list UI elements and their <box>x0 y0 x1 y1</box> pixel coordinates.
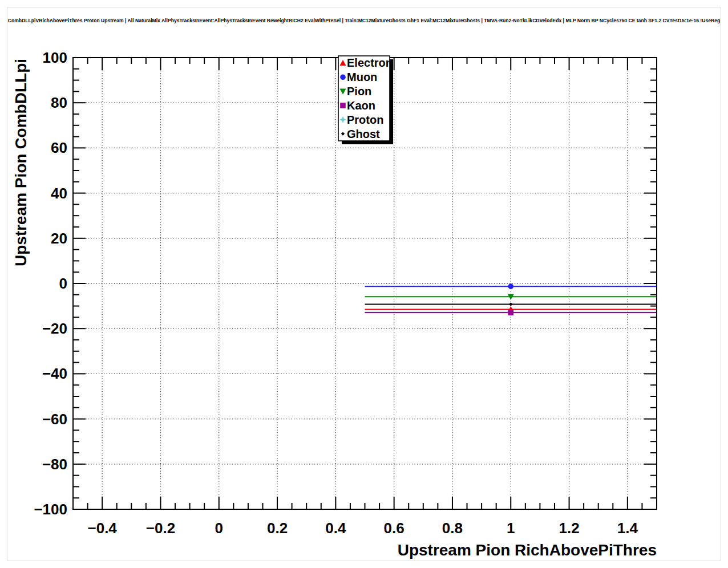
root-canvas: CombDLLpiVRichAbovePiThres Proton Upstre… <box>0 0 728 568</box>
y-tick-label: 100 <box>43 49 67 66</box>
chart-plot: −0.4−0.200.20.40.60.811.21.4100806040200… <box>0 0 728 568</box>
x-tick-label: 0.6 <box>384 520 405 537</box>
x-tick-label: −0.2 <box>146 520 175 537</box>
legend-label-electron: Electron <box>347 56 393 69</box>
legend-marker-kaon <box>340 103 346 108</box>
x-tick-label: 0 <box>215 520 223 537</box>
x-tick-label: 1.2 <box>559 520 579 537</box>
x-tick-label: 0.8 <box>442 520 463 537</box>
y-tick-label: 60 <box>51 139 67 156</box>
legend-marker-muon <box>340 74 346 80</box>
legend-label-muon: Muon <box>347 71 377 83</box>
series-marker-muon <box>508 283 513 289</box>
y-tick-label: 20 <box>51 230 67 247</box>
x-tick-label: 0.4 <box>325 520 346 537</box>
x-tick-label: 1 <box>507 520 515 537</box>
y-axis-title: Upstream Pion CombDLLpi <box>12 59 30 266</box>
series-marker-kaon <box>508 310 513 315</box>
y-tick-label: −80 <box>42 456 67 473</box>
y-tick-label: −40 <box>42 365 67 382</box>
x-tick-label: 1.4 <box>617 520 638 537</box>
x-axis-title: Upstream Pion RichAbovePiThres <box>398 541 657 559</box>
x-tick-label: −0.4 <box>87 520 117 537</box>
legend-label-kaon: Kaon <box>347 99 375 112</box>
legend-label-pion: Pion <box>347 85 371 98</box>
y-tick-label: 0 <box>59 275 67 292</box>
series-marker-ghost <box>509 302 512 306</box>
legend-label-ghost: Ghost <box>347 128 380 140</box>
x-tick-label: 0.2 <box>267 520 288 537</box>
y-tick-label: 80 <box>51 94 67 111</box>
y-tick-label: −20 <box>42 320 67 337</box>
y-tick-label: 40 <box>51 185 67 202</box>
y-tick-label: −60 <box>42 411 67 428</box>
y-tick-label: −100 <box>34 501 67 518</box>
legend-label-proton: Proton <box>347 113 383 126</box>
